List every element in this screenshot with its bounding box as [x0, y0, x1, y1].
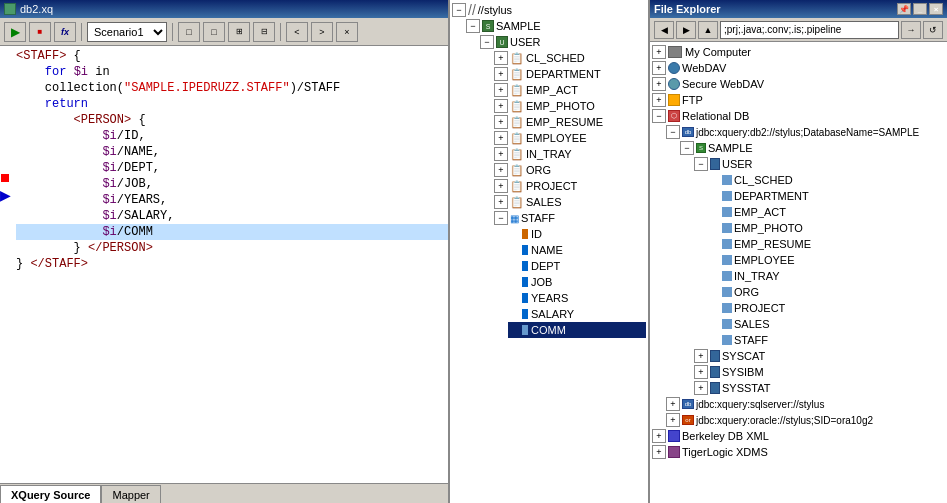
tree-emp-photo[interactable]: + 📋 EMP_PHOTO: [494, 98, 646, 114]
expander-user[interactable]: −: [480, 35, 494, 49]
tree-staff[interactable]: − ▦ STAFF: [494, 210, 646, 226]
fe-up-btn[interactable]: ▲: [698, 21, 718, 39]
expander-sysstat[interactable]: +: [694, 381, 708, 395]
expander-jdbc-db2[interactable]: −: [666, 125, 680, 139]
expander-berk[interactable]: +: [652, 429, 666, 443]
fe-employee-label: EMPLOYEE: [734, 254, 795, 266]
expander-cl-sched[interactable]: +: [494, 51, 508, 65]
tb-btn5[interactable]: <: [286, 22, 308, 42]
fe-webdav[interactable]: + WebDAV: [652, 60, 945, 76]
expander-syscat[interactable]: +: [694, 349, 708, 363]
expander-fe-user[interactable]: −: [694, 157, 708, 171]
tree-sales[interactable]: + 📋 SALES: [494, 194, 646, 210]
fe-syscat[interactable]: + SYSCAT: [694, 348, 945, 364]
fe-sysibm[interactable]: + SYSIBM: [694, 364, 945, 380]
tree-root[interactable]: − // //stylus: [452, 2, 646, 18]
tree-sample[interactable]: − S SAMPLE: [466, 18, 646, 34]
code-area[interactable]: ▶ <STAFF> { for $i in collection("SAMPLE…: [0, 46, 448, 483]
fe-emp-photo[interactable]: EMP_PHOTO: [708, 220, 945, 236]
expander-jdbc-sql[interactable]: +: [666, 397, 680, 411]
fe-user[interactable]: − USER: [694, 156, 945, 172]
fe-secure-webdav[interactable]: + Secure WebDAV: [652, 76, 945, 92]
expander-tiger[interactable]: +: [652, 445, 666, 459]
fe-relational-db[interactable]: − ⬡ Relational DB: [652, 108, 945, 124]
tb-btn2[interactable]: □: [203, 22, 225, 42]
expander-reldb[interactable]: −: [652, 109, 666, 123]
expander-project[interactable]: +: [494, 179, 508, 193]
tab-mapper[interactable]: Mapper: [101, 485, 160, 503]
tb-btn1[interactable]: □: [178, 22, 200, 42]
fe-in-tray[interactable]: IN_TRAY: [708, 268, 945, 284]
expander-webdav[interactable]: +: [652, 61, 666, 75]
fe-emp-resume[interactable]: EMP_RESUME: [708, 236, 945, 252]
tree-col-comm[interactable]: COMM: [508, 322, 646, 338]
fe-back-btn[interactable]: ◀: [654, 21, 674, 39]
expander-dept[interactable]: +: [494, 67, 508, 81]
fe-jdbc-db2[interactable]: − db jdbc:xquery:db2://stylus;DatabaseNa…: [666, 124, 945, 140]
tree-cl-sched[interactable]: + 📋 CL_SCHED: [494, 50, 646, 66]
expander-my-computer[interactable]: +: [652, 45, 666, 59]
expander-fe-sample[interactable]: −: [680, 141, 694, 155]
fe-go-btn[interactable]: →: [901, 21, 921, 39]
tree-col-id[interactable]: ID: [508, 226, 646, 242]
expander-sysibm[interactable]: +: [694, 365, 708, 379]
tree-col-name[interactable]: NAME: [508, 242, 646, 258]
fe-tiger[interactable]: + TigerLogic XDMS: [652, 444, 945, 460]
expander-emp-act[interactable]: +: [494, 83, 508, 97]
expander-emp-photo[interactable]: +: [494, 99, 508, 113]
expander-root[interactable]: −: [452, 3, 466, 17]
fe-ftp[interactable]: + FTP: [652, 92, 945, 108]
tree-department[interactable]: + 📋 DEPARTMENT: [494, 66, 646, 82]
tb-btn3[interactable]: ⊞: [228, 22, 250, 42]
tb-btn6[interactable]: >: [311, 22, 333, 42]
fe-jdbc-sqlserver[interactable]: + db jdbc:xquery:sqlserver://stylus: [666, 396, 945, 412]
fe-employee[interactable]: EMPLOYEE: [708, 252, 945, 268]
tree-project[interactable]: + 📋 PROJECT: [494, 178, 646, 194]
stop-button[interactable]: ■: [29, 22, 51, 42]
tb-btn4[interactable]: ⊟: [253, 22, 275, 42]
fe-refresh-btn[interactable]: ↺: [923, 21, 943, 39]
tree-emp-resume[interactable]: + 📋 EMP_RESUME: [494, 114, 646, 130]
fe-cl-sched[interactable]: CL_SCHED: [708, 172, 945, 188]
expander-employee[interactable]: +: [494, 131, 508, 145]
fe-path-input[interactable]: [720, 21, 899, 39]
expander-sales[interactable]: +: [494, 195, 508, 209]
fe-emp-act[interactable]: EMP_ACT: [708, 204, 945, 220]
tree-user[interactable]: − U USER: [480, 34, 646, 50]
expander-emp-resume[interactable]: +: [494, 115, 508, 129]
tree-col-dept[interactable]: DEPT: [508, 258, 646, 274]
scenario-dropdown[interactable]: Scenario1: [87, 22, 167, 42]
fe-sales[interactable]: SALES: [708, 316, 945, 332]
expander-in-tray[interactable]: +: [494, 147, 508, 161]
fe-sample[interactable]: − S SAMPLE: [680, 140, 945, 156]
fe-close-btn[interactable]: ×: [929, 3, 943, 15]
tab-xquery-source[interactable]: XQuery Source: [0, 485, 101, 503]
fe-forward-btn[interactable]: ▶: [676, 21, 696, 39]
xquery-button[interactable]: fx: [54, 22, 76, 42]
tree-col-salary[interactable]: SALARY: [508, 306, 646, 322]
tree-in-tray[interactable]: + 📋 IN_TRAY: [494, 146, 646, 162]
expander-staff[interactable]: −: [494, 211, 508, 225]
fe-my-computer[interactable]: + My Computer: [652, 44, 945, 60]
tree-col-job[interactable]: JOB: [508, 274, 646, 290]
tree-emp-act[interactable]: + 📋 EMP_ACT: [494, 82, 646, 98]
tree-employee[interactable]: + 📋 EMPLOYEE: [494, 130, 646, 146]
expander-ftp[interactable]: +: [652, 93, 666, 107]
fe-project[interactable]: PROJECT: [708, 300, 945, 316]
tb-btn7[interactable]: ×: [336, 22, 358, 42]
fe-dept[interactable]: DEPARTMENT: [708, 188, 945, 204]
fe-org[interactable]: ORG: [708, 284, 945, 300]
fe-pin-btn[interactable]: 📌: [897, 3, 911, 15]
fe-minimize-btn[interactable]: _: [913, 3, 927, 15]
expander-secure-webdav[interactable]: +: [652, 77, 666, 91]
expander-org[interactable]: +: [494, 163, 508, 177]
fe-berk[interactable]: + Berkeley DB XML: [652, 428, 945, 444]
tree-org[interactable]: + 📋 ORG: [494, 162, 646, 178]
run-button[interactable]: ▶: [4, 22, 26, 42]
tree-col-years[interactable]: YEARS: [508, 290, 646, 306]
expander-jdbc-oracle[interactable]: +: [666, 413, 680, 427]
fe-staff[interactable]: STAFF: [708, 332, 945, 348]
fe-jdbc-oracle[interactable]: + or jdbc:xquery:oracle://stylus;SID=ora…: [666, 412, 945, 428]
fe-sysstat[interactable]: + SYSSTAT: [694, 380, 945, 396]
expander-sample[interactable]: −: [466, 19, 480, 33]
